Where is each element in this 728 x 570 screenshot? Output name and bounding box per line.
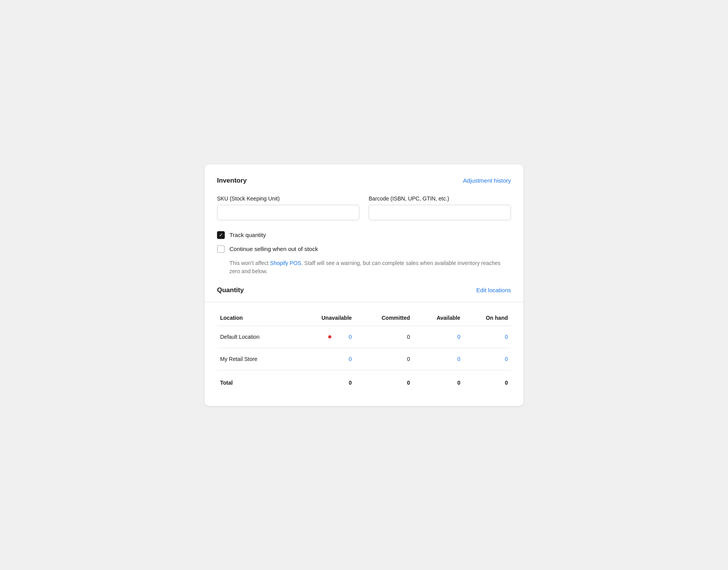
table-header-row: Location Unavailable Committed Available… bbox=[217, 310, 511, 326]
quantity-divider bbox=[205, 302, 523, 302]
total-committed: 0 bbox=[355, 370, 413, 394]
continue-selling-sublabel: This won't affect Shopify POS. Staff wil… bbox=[229, 259, 511, 275]
continue-selling-checkbox[interactable] bbox=[217, 245, 225, 253]
table-row: Default Location0000 bbox=[217, 326, 511, 348]
col-committed: Committed bbox=[355, 310, 413, 326]
cell-on-hand[interactable]: 0 bbox=[464, 348, 511, 370]
sku-input[interactable] bbox=[217, 205, 359, 220]
track-quantity-label: Track quantity bbox=[229, 232, 266, 238]
available-value[interactable]: 0 bbox=[457, 334, 460, 340]
shopify-pos-link[interactable]: Shopify POS bbox=[270, 260, 301, 266]
inventory-card: Inventory Adjustment history SKU (Stock … bbox=[205, 164, 523, 406]
barcode-field-group: Barcode (ISBN, UPC, GTIN, etc.) bbox=[369, 195, 511, 220]
card-header: Inventory Adjustment history bbox=[217, 177, 511, 185]
col-available: Available bbox=[413, 310, 463, 326]
col-unavailable: Unavailable bbox=[294, 310, 355, 326]
table-row: My Retail Store0000 bbox=[217, 348, 511, 370]
on-hand-value[interactable]: 0 bbox=[505, 334, 508, 340]
cell-committed: 0 bbox=[355, 326, 413, 348]
sku-barcode-row: SKU (Stock Keeping Unit) Barcode (ISBN, … bbox=[217, 195, 511, 220]
barcode-input[interactable] bbox=[369, 205, 511, 220]
cell-location: My Retail Store bbox=[217, 348, 294, 370]
table-total-row: Total0000 bbox=[217, 370, 511, 394]
available-value[interactable]: 0 bbox=[457, 356, 460, 362]
cell-unavailable[interactable]: 0 bbox=[294, 348, 355, 370]
sublabel-before: This won't affect bbox=[229, 260, 270, 266]
unavailable-value[interactable]: 0 bbox=[349, 356, 352, 362]
inventory-table: Location Unavailable Committed Available… bbox=[217, 310, 511, 394]
checkmark-icon: ✓ bbox=[219, 232, 223, 237]
edit-locations-link[interactable]: Edit locations bbox=[476, 287, 511, 293]
red-dot-indicator bbox=[328, 335, 331, 338]
cell-on-hand[interactable]: 0 bbox=[464, 326, 511, 348]
col-on-hand: On hand bbox=[464, 310, 511, 326]
total-label: Total bbox=[217, 370, 294, 394]
total-available: 0 bbox=[413, 370, 463, 394]
total-on-hand: 0 bbox=[464, 370, 511, 394]
on-hand-value[interactable]: 0 bbox=[505, 356, 508, 362]
cell-committed: 0 bbox=[355, 348, 413, 370]
unavailable-value[interactable]: 0 bbox=[349, 334, 352, 340]
total-unavailable: 0 bbox=[294, 370, 355, 394]
continue-selling-label: Continue selling when out of stock bbox=[229, 246, 318, 252]
sku-label: SKU (Stock Keeping Unit) bbox=[217, 195, 359, 202]
cell-available[interactable]: 0 bbox=[413, 348, 463, 370]
adjustment-history-link[interactable]: Adjustment history bbox=[463, 177, 511, 184]
card-title: Inventory bbox=[217, 177, 247, 185]
cell-unavailable[interactable]: 0 bbox=[294, 326, 355, 348]
quantity-title: Quantity bbox=[217, 286, 244, 294]
barcode-label: Barcode (ISBN, UPC, GTIN, etc.) bbox=[369, 195, 511, 202]
cell-location: Default Location bbox=[217, 326, 294, 348]
track-quantity-row[interactable]: ✓ Track quantity bbox=[217, 231, 511, 239]
continue-selling-row[interactable]: Continue selling when out of stock bbox=[217, 245, 511, 253]
quantity-section-header: Quantity Edit locations bbox=[217, 286, 511, 294]
cell-available[interactable]: 0 bbox=[413, 326, 463, 348]
col-location: Location bbox=[217, 310, 294, 326]
sku-field-group: SKU (Stock Keeping Unit) bbox=[217, 195, 359, 220]
track-quantity-checkbox[interactable]: ✓ bbox=[217, 231, 225, 239]
